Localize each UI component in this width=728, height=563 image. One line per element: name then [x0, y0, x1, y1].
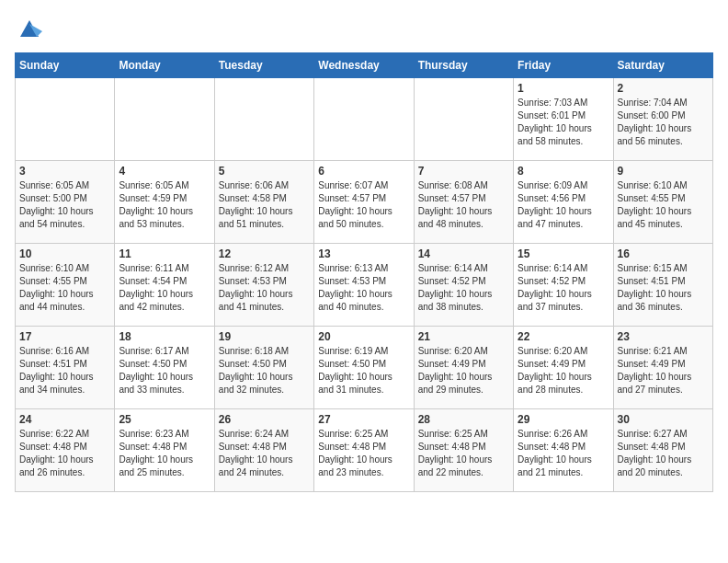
day-info: Sunrise: 6:05 AM Sunset: 5:00 PM Dayligh…	[19, 179, 110, 231]
calendar-day-cell: 26Sunrise: 6:24 AM Sunset: 4:48 PM Dayli…	[214, 409, 313, 492]
calendar-day-cell: 14Sunrise: 6:14 AM Sunset: 4:52 PM Dayli…	[414, 244, 513, 327]
day-info: Sunrise: 6:24 AM Sunset: 4:48 PM Dayligh…	[219, 428, 310, 479]
calendar-day-cell	[314, 78, 414, 161]
calendar-week-row: 3Sunrise: 6:05 AM Sunset: 5:00 PM Daylig…	[16, 161, 713, 244]
day-info: Sunrise: 6:10 AM Sunset: 4:55 PM Dayligh…	[618, 179, 709, 231]
calendar-day-cell: 22Sunrise: 6:20 AM Sunset: 4:49 PM Dayli…	[514, 327, 613, 409]
calendar-day-cell	[16, 78, 115, 161]
day-number: 23	[618, 330, 709, 343]
day-info: Sunrise: 6:20 AM Sunset: 4:49 PM Dayligh…	[518, 345, 609, 396]
day-info: Sunrise: 6:08 AM Sunset: 4:57 PM Dayligh…	[418, 179, 509, 231]
weekday-header-cell: Monday	[115, 53, 214, 78]
day-info: Sunrise: 6:12 AM Sunset: 4:53 PM Dayligh…	[219, 262, 310, 314]
calendar-day-cell: 2Sunrise: 7:04 AM Sunset: 6:00 PM Daylig…	[613, 78, 712, 161]
day-number: 10	[19, 247, 110, 260]
calendar-day-cell: 10Sunrise: 6:10 AM Sunset: 4:55 PM Dayli…	[16, 244, 115, 327]
day-number: 13	[318, 247, 409, 260]
day-number: 12	[219, 247, 310, 260]
day-number: 3	[19, 165, 110, 178]
calendar-day-cell: 6Sunrise: 6:07 AM Sunset: 4:57 PM Daylig…	[314, 161, 414, 244]
day-info: Sunrise: 6:11 AM Sunset: 4:54 PM Dayligh…	[119, 262, 210, 314]
weekday-header-cell: Friday	[514, 53, 613, 78]
calendar-day-cell: 16Sunrise: 6:15 AM Sunset: 4:51 PM Dayli…	[613, 244, 712, 327]
day-info: Sunrise: 6:26 AM Sunset: 4:48 PM Dayligh…	[518, 428, 609, 479]
day-info: Sunrise: 6:27 AM Sunset: 4:48 PM Dayligh…	[618, 428, 709, 479]
day-info: Sunrise: 7:03 AM Sunset: 6:01 PM Dayligh…	[518, 97, 609, 148]
day-info: Sunrise: 6:21 AM Sunset: 4:49 PM Dayligh…	[618, 345, 709, 396]
calendar-day-cell: 19Sunrise: 6:18 AM Sunset: 4:50 PM Dayli…	[214, 327, 313, 409]
weekday-header-cell: Wednesday	[314, 53, 414, 78]
calendar-table: SundayMondayTuesdayWednesdayThursdayFrid…	[15, 52, 713, 492]
day-number: 1	[518, 82, 609, 95]
weekday-header-cell: Tuesday	[214, 53, 313, 78]
day-info: Sunrise: 6:16 AM Sunset: 4:51 PM Dayligh…	[19, 345, 110, 396]
day-info: Sunrise: 6:18 AM Sunset: 4:50 PM Dayligh…	[219, 345, 310, 396]
weekday-header-cell: Saturday	[613, 53, 712, 78]
calendar-day-cell	[115, 78, 214, 161]
calendar-day-cell: 1Sunrise: 7:03 AM Sunset: 6:01 PM Daylig…	[514, 78, 613, 161]
calendar-day-cell	[214, 78, 313, 161]
day-info: Sunrise: 6:25 AM Sunset: 4:48 PM Dayligh…	[418, 428, 509, 479]
day-number: 20	[318, 330, 409, 343]
calendar-day-cell: 7Sunrise: 6:08 AM Sunset: 4:57 PM Daylig…	[414, 161, 513, 244]
day-number: 4	[119, 165, 210, 178]
calendar-day-cell: 11Sunrise: 6:11 AM Sunset: 4:54 PM Dayli…	[115, 244, 214, 327]
day-number: 17	[19, 330, 110, 343]
day-number: 24	[19, 413, 110, 426]
calendar-day-cell: 27Sunrise: 6:25 AM Sunset: 4:48 PM Dayli…	[314, 409, 414, 492]
day-number: 30	[618, 413, 709, 426]
calendar-day-cell: 20Sunrise: 6:19 AM Sunset: 4:50 PM Dayli…	[314, 327, 414, 409]
day-number: 7	[418, 165, 509, 178]
calendar-day-cell: 15Sunrise: 6:14 AM Sunset: 4:52 PM Dayli…	[514, 244, 613, 327]
day-number: 19	[219, 330, 310, 343]
day-info: Sunrise: 6:06 AM Sunset: 4:58 PM Dayligh…	[219, 179, 310, 231]
day-info: Sunrise: 6:25 AM Sunset: 4:48 PM Dayligh…	[318, 428, 409, 479]
day-number: 14	[418, 247, 509, 260]
calendar-day-cell: 3Sunrise: 6:05 AM Sunset: 5:00 PM Daylig…	[16, 161, 115, 244]
day-info: Sunrise: 6:23 AM Sunset: 4:48 PM Dayligh…	[119, 428, 210, 479]
calendar-day-cell: 12Sunrise: 6:12 AM Sunset: 4:53 PM Dayli…	[214, 244, 313, 327]
calendar-body: 1Sunrise: 7:03 AM Sunset: 6:01 PM Daylig…	[16, 78, 713, 492]
calendar-day-cell: 24Sunrise: 6:22 AM Sunset: 4:48 PM Dayli…	[16, 409, 115, 492]
calendar-day-cell: 18Sunrise: 6:17 AM Sunset: 4:50 PM Dayli…	[115, 327, 214, 409]
day-number: 21	[418, 330, 509, 343]
day-info: Sunrise: 6:17 AM Sunset: 4:50 PM Dayligh…	[119, 345, 210, 396]
logo	[15, 15, 42, 45]
calendar-day-cell: 29Sunrise: 6:26 AM Sunset: 4:48 PM Dayli…	[514, 409, 613, 492]
day-info: Sunrise: 6:10 AM Sunset: 4:55 PM Dayligh…	[19, 262, 110, 314]
day-number: 25	[119, 413, 210, 426]
day-info: Sunrise: 6:22 AM Sunset: 4:48 PM Dayligh…	[19, 428, 110, 479]
calendar-day-cell: 5Sunrise: 6:06 AM Sunset: 4:58 PM Daylig…	[214, 161, 313, 244]
day-number: 6	[318, 165, 409, 178]
calendar-day-cell: 21Sunrise: 6:20 AM Sunset: 4:49 PM Dayli…	[414, 327, 513, 409]
day-info: Sunrise: 6:14 AM Sunset: 4:52 PM Dayligh…	[418, 262, 509, 314]
day-number: 28	[418, 413, 509, 426]
page-header	[15, 15, 713, 45]
day-number: 27	[318, 413, 409, 426]
day-info: Sunrise: 7:04 AM Sunset: 6:00 PM Dayligh…	[618, 97, 709, 148]
calendar-day-cell: 8Sunrise: 6:09 AM Sunset: 4:56 PM Daylig…	[514, 161, 613, 244]
weekday-header-cell: Thursday	[414, 53, 513, 78]
day-info: Sunrise: 6:14 AM Sunset: 4:52 PM Dayligh…	[518, 262, 609, 314]
day-info: Sunrise: 6:15 AM Sunset: 4:51 PM Dayligh…	[618, 262, 709, 314]
calendar-day-cell: 23Sunrise: 6:21 AM Sunset: 4:49 PM Dayli…	[613, 327, 712, 409]
calendar-day-cell: 9Sunrise: 6:10 AM Sunset: 4:55 PM Daylig…	[613, 161, 712, 244]
calendar-week-row: 10Sunrise: 6:10 AM Sunset: 4:55 PM Dayli…	[16, 244, 713, 327]
day-info: Sunrise: 6:13 AM Sunset: 4:53 PM Dayligh…	[318, 262, 409, 314]
day-info: Sunrise: 6:09 AM Sunset: 4:56 PM Dayligh…	[518, 179, 609, 231]
day-number: 11	[119, 247, 210, 260]
day-number: 29	[518, 413, 609, 426]
day-info: Sunrise: 6:20 AM Sunset: 4:49 PM Dayligh…	[418, 345, 509, 396]
calendar-week-row: 1Sunrise: 7:03 AM Sunset: 6:01 PM Daylig…	[16, 78, 713, 161]
day-number: 16	[618, 247, 709, 260]
logo-icon	[17, 15, 42, 40]
day-number: 18	[119, 330, 210, 343]
day-number: 15	[518, 247, 609, 260]
day-number: 2	[618, 82, 709, 95]
calendar-day-cell	[414, 78, 513, 161]
day-number: 22	[518, 330, 609, 343]
calendar-day-cell: 30Sunrise: 6:27 AM Sunset: 4:48 PM Dayli…	[613, 409, 712, 492]
calendar-week-row: 17Sunrise: 6:16 AM Sunset: 4:51 PM Dayli…	[16, 327, 713, 409]
weekday-header-row: SundayMondayTuesdayWednesdayThursdayFrid…	[16, 53, 713, 78]
day-number: 9	[618, 165, 709, 178]
